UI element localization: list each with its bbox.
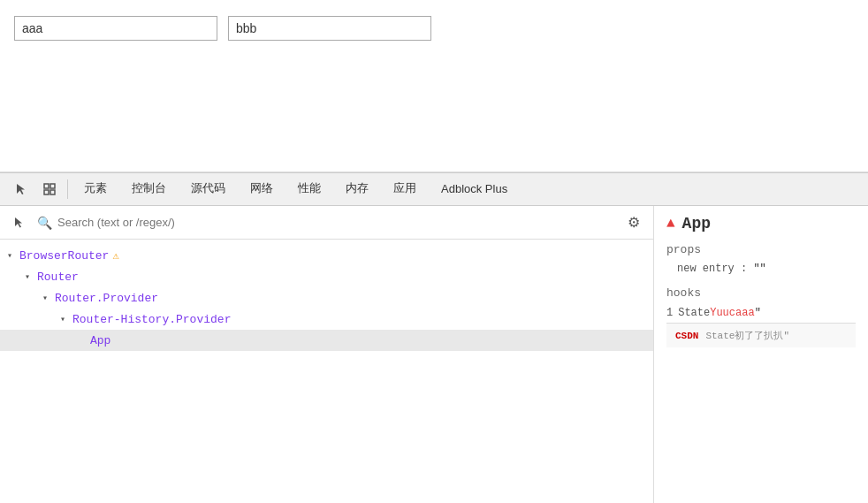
- hook-1-line: 1 State Yuucaaa ": [666, 303, 856, 323]
- svg-rect-1: [50, 184, 55, 188]
- right-panel: ▲ App props new entry : "" hooks 1 State…: [654, 206, 868, 503]
- prop-key: new entry: [677, 263, 735, 275]
- inspect-icon-btn[interactable]: [35, 175, 64, 203]
- props-section-label: props: [666, 243, 856, 256]
- prop-colon: :: [741, 263, 753, 275]
- devtools-toolbar: 元素 控制台 源代码 网络 性能 内存 应用 Adblock Plus: [0, 172, 868, 206]
- hooks-section-label: hooks: [666, 286, 856, 300]
- arrow-router: ▾: [25, 271, 37, 282]
- csdn-logo: CSDN: [675, 331, 698, 341]
- search-bar: 🔍 ⚙: [0, 206, 653, 240]
- component-tree: ▾ BrowserRouter ⚠ ▾ Router ▾ Router.Prov…: [0, 240, 653, 503]
- hook-1-value-red: Yuucaaa: [710, 303, 754, 323]
- hook-1-value-rest: ": [755, 303, 761, 323]
- tab-sources[interactable]: 源代码: [179, 172, 238, 206]
- search-icon: 🔍: [37, 216, 52, 230]
- arrow-router-history-provider: ▾: [60, 314, 72, 324]
- react-devtools-panel: 🔍 ⚙ ▾ BrowserRouter ⚠ ▾ Router ▾ Router.…: [0, 206, 868, 503]
- hook-1-state: State: [678, 303, 710, 323]
- component-title: App: [682, 215, 711, 232]
- svg-rect-2: [44, 190, 49, 194]
- arrow-router-provider: ▾: [42, 293, 55, 303]
- label-router-history-provider: Router-History.Provider: [72, 313, 231, 326]
- tab-performance[interactable]: 性能: [286, 172, 333, 206]
- label-router-provider: Router.Provider: [55, 292, 158, 305]
- csdn-text: State初了了扒扒": [705, 329, 789, 342]
- toolbar-divider: [67, 179, 68, 199]
- input-bbb[interactable]: [228, 16, 431, 41]
- warning-triangle-icon: ▲: [666, 216, 675, 232]
- component-header: ▲ App: [666, 215, 856, 232]
- tab-adblock[interactable]: Adblock Plus: [429, 172, 520, 206]
- hook-1-number: 1: [666, 303, 673, 323]
- component-tree-panel: 🔍 ⚙ ▾ BrowserRouter ⚠ ▾ Router ▾ Router.…: [0, 206, 654, 503]
- app-area: [0, 0, 868, 172]
- tree-item-router-history-provider[interactable]: ▾ Router-History.Provider: [0, 309, 653, 330]
- search-input[interactable]: [57, 216, 616, 229]
- prop-value: "": [753, 263, 765, 275]
- tree-item-router[interactable]: ▾ Router: [0, 266, 653, 287]
- input-aaa[interactable]: [14, 16, 217, 41]
- tab-elements[interactable]: 元素: [72, 172, 119, 206]
- prop-new-entry: new entry : "": [666, 260, 856, 278]
- label-browserrouter: BrowserRouter: [19, 249, 109, 263]
- cursor-icon-btn[interactable]: [7, 175, 35, 203]
- settings-gear-btn[interactable]: ⚙: [621, 210, 646, 235]
- tree-item-browserrouter[interactable]: ▾ BrowserRouter ⚠: [0, 245, 653, 266]
- svg-rect-0: [44, 184, 49, 188]
- arrow-browserrouter: ▾: [7, 250, 19, 261]
- tab-application[interactable]: 应用: [381, 172, 429, 206]
- tab-network[interactable]: 网络: [238, 172, 286, 206]
- tree-item-router-provider[interactable]: ▾ Router.Provider: [0, 287, 653, 309]
- tab-memory[interactable]: 内存: [333, 172, 381, 206]
- component-picker-btn[interactable]: [7, 210, 32, 235]
- devtools-panel: 元素 控制台 源代码 网络 性能 内存 应用 Adblock Plus: [0, 172, 868, 503]
- csdn-bar: CSDN State初了了扒扒": [666, 323, 856, 347]
- tree-item-app[interactable]: App: [0, 330, 653, 351]
- label-router: Router: [37, 271, 79, 284]
- svg-rect-3: [50, 190, 55, 194]
- label-app: App: [90, 334, 110, 347]
- warning-icon-browserrouter: ⚠: [112, 249, 118, 263]
- tab-console[interactable]: 控制台: [119, 172, 179, 206]
